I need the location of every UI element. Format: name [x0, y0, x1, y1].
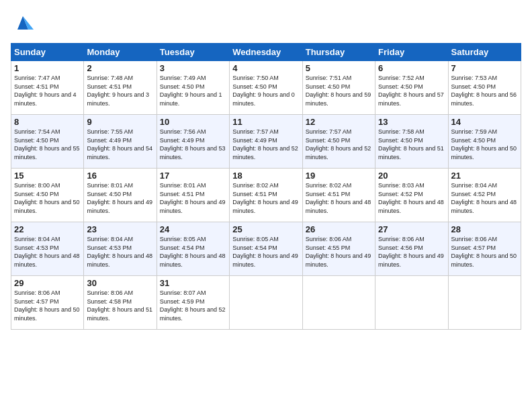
day-info: Sunrise: 7:51 AMSunset: 4:50 PMDaylight:… — [306, 75, 371, 107]
day-number: 18 — [232, 171, 299, 181]
calendar-cell: 6 Sunrise: 7:52 AMSunset: 4:50 PMDayligh… — [375, 61, 448, 115]
day-info: Sunrise: 8:05 AMSunset: 4:54 PMDaylight:… — [160, 236, 226, 268]
day-number: 11 — [232, 117, 299, 127]
col-header-friday: Friday — [375, 44, 448, 61]
day-info: Sunrise: 8:06 AMSunset: 4:58 PMDaylight:… — [87, 289, 152, 322]
logo-icon — [11, 11, 35, 35]
day-info: Sunrise: 7:52 AMSunset: 4:50 PMDaylight:… — [378, 75, 444, 107]
day-number: 23 — [87, 224, 153, 234]
header — [11, 11, 521, 35]
calendar-cell: 28 Sunrise: 8:06 AMSunset: 4:57 PMDaylig… — [448, 222, 521, 276]
calendar-cell: 18 Sunrise: 8:02 AMSunset: 4:51 PMDaylig… — [230, 169, 302, 222]
col-header-sunday: Sunday — [11, 44, 84, 61]
day-number: 14 — [451, 117, 518, 127]
week-row-3: 15 Sunrise: 8:00 AMSunset: 4:50 PMDaylig… — [11, 169, 521, 222]
day-number: 20 — [378, 171, 445, 181]
day-number: 7 — [451, 63, 518, 73]
day-number: 5 — [306, 63, 372, 73]
day-info: Sunrise: 8:06 AMSunset: 4:55 PMDaylight:… — [306, 236, 371, 268]
day-info: Sunrise: 8:00 AMSunset: 4:50 PMDaylight:… — [14, 182, 80, 214]
calendar-cell: 3 Sunrise: 7:49 AMSunset: 4:50 PMDayligh… — [157, 61, 229, 115]
day-number: 24 — [160, 224, 226, 234]
col-header-wednesday: Wednesday — [230, 44, 302, 61]
week-row-1: 1 Sunrise: 7:47 AMSunset: 4:51 PMDayligh… — [11, 61, 521, 115]
calendar-cell — [448, 276, 521, 330]
day-info: Sunrise: 8:03 AMSunset: 4:52 PMDaylight:… — [378, 182, 444, 214]
day-info: Sunrise: 8:07 AMSunset: 4:59 PMDaylight:… — [160, 289, 226, 322]
calendar-cell: 21 Sunrise: 8:04 AMSunset: 4:52 PMDaylig… — [448, 169, 521, 222]
calendar-cell: 19 Sunrise: 8:02 AMSunset: 4:51 PMDaylig… — [302, 169, 375, 222]
day-info: Sunrise: 7:59 AMSunset: 4:50 PMDaylight:… — [451, 128, 517, 161]
calendar-cell: 13 Sunrise: 7:58 AMSunset: 4:50 PMDaylig… — [375, 115, 448, 169]
col-header-thursday: Thursday — [302, 44, 375, 61]
calendar-cell: 25 Sunrise: 8:05 AMSunset: 4:54 PMDaylig… — [230, 222, 302, 276]
day-number: 13 — [378, 117, 445, 127]
day-info: Sunrise: 8:01 AMSunset: 4:51 PMDaylight:… — [160, 182, 226, 214]
day-info: Sunrise: 7:56 AMSunset: 4:49 PMDaylight:… — [160, 128, 226, 161]
calendar-cell: 1 Sunrise: 7:47 AMSunset: 4:51 PMDayligh… — [11, 61, 84, 115]
calendar-cell: 27 Sunrise: 8:06 AMSunset: 4:56 PMDaylig… — [375, 222, 448, 276]
day-number: 25 — [232, 224, 299, 234]
day-number: 31 — [160, 278, 226, 288]
calendar-cell: 12 Sunrise: 7:57 AMSunset: 4:50 PMDaylig… — [302, 115, 375, 169]
calendar-cell: 30 Sunrise: 8:06 AMSunset: 4:58 PMDaylig… — [84, 276, 157, 330]
day-number: 22 — [14, 224, 81, 234]
day-info: Sunrise: 7:58 AMSunset: 4:50 PMDaylight:… — [378, 128, 444, 161]
calendar-cell: 15 Sunrise: 8:00 AMSunset: 4:50 PMDaylig… — [11, 169, 84, 222]
col-header-saturday: Saturday — [448, 44, 521, 61]
day-number: 15 — [14, 171, 81, 181]
day-number: 10 — [160, 117, 226, 127]
day-number: 8 — [14, 117, 81, 127]
day-number: 9 — [87, 117, 153, 127]
day-number: 26 — [306, 224, 372, 234]
day-number: 1 — [14, 63, 81, 73]
calendar-cell: 24 Sunrise: 8:05 AMSunset: 4:54 PMDaylig… — [157, 222, 229, 276]
day-info: Sunrise: 7:57 AMSunset: 4:49 PMDaylight:… — [232, 128, 298, 161]
day-number: 16 — [87, 171, 153, 181]
day-info: Sunrise: 8:06 AMSunset: 4:57 PMDaylight:… — [451, 236, 517, 268]
day-info: Sunrise: 8:06 AMSunset: 4:57 PMDaylight:… — [14, 289, 80, 322]
week-row-5: 29 Sunrise: 8:06 AMSunset: 4:57 PMDaylig… — [11, 276, 521, 330]
calendar-cell: 16 Sunrise: 8:01 AMSunset: 4:50 PMDaylig… — [84, 169, 157, 222]
day-info: Sunrise: 8:06 AMSunset: 4:56 PMDaylight:… — [378, 236, 444, 268]
calendar-cell: 5 Sunrise: 7:51 AMSunset: 4:50 PMDayligh… — [302, 61, 375, 115]
week-row-2: 8 Sunrise: 7:54 AMSunset: 4:50 PMDayligh… — [11, 115, 521, 169]
day-number: 28 — [451, 224, 518, 234]
day-info: Sunrise: 8:04 AMSunset: 4:52 PMDaylight:… — [451, 182, 517, 214]
day-number: 29 — [14, 278, 81, 288]
day-number: 2 — [87, 63, 153, 73]
day-number: 27 — [378, 224, 445, 234]
calendar-cell: 17 Sunrise: 8:01 AMSunset: 4:51 PMDaylig… — [157, 169, 229, 222]
day-info: Sunrise: 7:47 AMSunset: 4:51 PMDaylight:… — [14, 75, 77, 107]
header-row: SundayMondayTuesdayWednesdayThursdayFrid… — [11, 44, 521, 61]
calendar-cell: 31 Sunrise: 8:07 AMSunset: 4:59 PMDaylig… — [157, 276, 229, 330]
calendar-cell: 4 Sunrise: 7:50 AMSunset: 4:50 PMDayligh… — [230, 61, 302, 115]
calendar-cell: 20 Sunrise: 8:03 AMSunset: 4:52 PMDaylig… — [375, 169, 448, 222]
calendar-cell: 14 Sunrise: 7:59 AMSunset: 4:50 PMDaylig… — [448, 115, 521, 169]
day-number: 3 — [160, 63, 226, 73]
calendar-cell: 22 Sunrise: 8:04 AMSunset: 4:53 PMDaylig… — [11, 222, 84, 276]
day-number: 6 — [378, 63, 445, 73]
col-header-tuesday: Tuesday — [157, 44, 229, 61]
day-info: Sunrise: 7:53 AMSunset: 4:50 PMDaylight:… — [451, 75, 517, 107]
calendar-cell: 26 Sunrise: 8:06 AMSunset: 4:55 PMDaylig… — [302, 222, 375, 276]
day-info: Sunrise: 8:04 AMSunset: 4:53 PMDaylight:… — [87, 236, 152, 268]
day-info: Sunrise: 7:55 AMSunset: 4:49 PMDaylight:… — [87, 128, 152, 161]
day-info: Sunrise: 7:50 AMSunset: 4:50 PMDaylight:… — [232, 75, 295, 107]
calendar-cell — [375, 276, 448, 330]
day-number: 19 — [306, 171, 372, 181]
calendar-table: SundayMondayTuesdayWednesdayThursdayFrid… — [11, 43, 521, 330]
calendar-cell: 11 Sunrise: 7:57 AMSunset: 4:49 PMDaylig… — [230, 115, 302, 169]
day-number: 12 — [306, 117, 372, 127]
calendar-cell: 9 Sunrise: 7:55 AMSunset: 4:49 PMDayligh… — [84, 115, 157, 169]
day-info: Sunrise: 8:01 AMSunset: 4:50 PMDaylight:… — [87, 182, 152, 214]
day-info: Sunrise: 8:02 AMSunset: 4:51 PMDaylight:… — [232, 182, 298, 214]
calendar-cell: 7 Sunrise: 7:53 AMSunset: 4:50 PMDayligh… — [448, 61, 521, 115]
day-info: Sunrise: 8:04 AMSunset: 4:53 PMDaylight:… — [14, 236, 80, 268]
day-info: Sunrise: 7:57 AMSunset: 4:50 PMDaylight:… — [306, 128, 371, 161]
calendar-cell: 8 Sunrise: 7:54 AMSunset: 4:50 PMDayligh… — [11, 115, 84, 169]
calendar-cell: 10 Sunrise: 7:56 AMSunset: 4:49 PMDaylig… — [157, 115, 229, 169]
day-info: Sunrise: 8:02 AMSunset: 4:51 PMDaylight:… — [306, 182, 371, 214]
col-header-monday: Monday — [84, 44, 157, 61]
calendar-cell — [302, 276, 375, 330]
